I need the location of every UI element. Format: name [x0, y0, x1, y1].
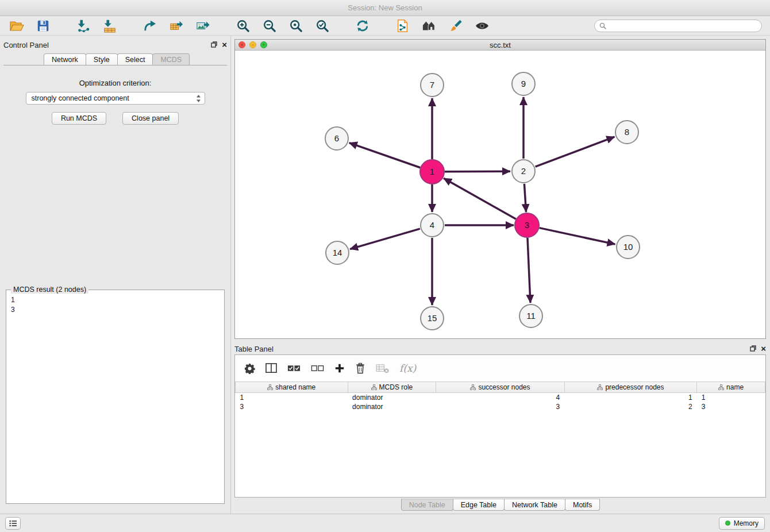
table-cell[interactable]: dominator: [348, 402, 436, 411]
minimize-window-icon[interactable]: −: [249, 41, 256, 48]
refresh-view-icon[interactable]: [354, 18, 371, 34]
memory-button-label: Memory: [734, 519, 759, 527]
graph-node-label: 14: [333, 248, 342, 257]
import-table-icon[interactable]: [101, 18, 118, 34]
zoom-in-icon[interactable]: [234, 18, 252, 34]
graph-node-9[interactable]: 9: [512, 72, 535, 95]
run-mcds-button[interactable]: Run MCDS: [52, 112, 106, 125]
graph-node-14[interactable]: 14: [326, 241, 349, 264]
table-cell[interactable]: 1: [236, 393, 348, 402]
graph-node-10[interactable]: 10: [617, 236, 640, 259]
memory-button[interactable]: Memory: [719, 517, 765, 530]
zoom-fit-icon[interactable]: [287, 18, 305, 34]
table-cell[interactable]: dominator: [348, 393, 436, 402]
graph-node-label: 15: [428, 313, 437, 323]
graph-edge-1-2[interactable]: [445, 171, 510, 172]
add-column-icon[interactable]: [334, 363, 345, 373]
right-column: × − + scc.txt 7968124314101511: [234, 39, 766, 511]
search-field[interactable]: [594, 20, 762, 32]
delete-columns-icon[interactable]: [355, 363, 365, 374]
new-network-icon[interactable]: [141, 18, 159, 34]
column-header-predecessor-nodes[interactable]: predecessor nodes: [564, 382, 697, 393]
save-session-icon[interactable]: [34, 18, 52, 34]
table-panel: Table Panel ×: [234, 343, 766, 511]
graph-node-label: 6: [334, 133, 339, 143]
tab-network[interactable]: Network: [44, 53, 86, 65]
graph-edge-4-14[interactable]: [350, 229, 420, 249]
table-cell[interactable]: 4: [436, 393, 565, 402]
table-row[interactable]: 1dominator411: [236, 393, 765, 402]
zoom-selected-icon[interactable]: [314, 18, 331, 34]
table-cell[interactable]: 3: [236, 402, 348, 411]
zoom-out-icon[interactable]: [261, 18, 278, 34]
first-neighbors-icon[interactable]: [421, 18, 438, 34]
graph-node-15[interactable]: 15: [421, 307, 444, 330]
search-icon: [599, 22, 606, 29]
export-image-icon[interactable]: [194, 18, 211, 34]
network-graph[interactable]: 7968124314101511: [235, 51, 765, 338]
table-row[interactable]: 3dominator323: [236, 402, 765, 411]
export-table-icon[interactable]: [168, 18, 185, 34]
graph-node-label: 7: [430, 80, 434, 90]
graph-node-7[interactable]: 7: [421, 74, 444, 97]
application-window: Session: New Session: [0, 0, 770, 532]
network-document-icon[interactable]: [394, 18, 411, 34]
optimization-criterion-value: strongly connected component: [32, 94, 129, 102]
tab-style[interactable]: Style: [86, 53, 118, 65]
graph-node-1[interactable]: 1: [420, 160, 444, 184]
tab-node-table[interactable]: Node Table: [401, 499, 453, 511]
column-header-name[interactable]: name: [697, 382, 765, 393]
tab-edge-table[interactable]: Edge Table: [453, 499, 505, 511]
apply-style-icon[interactable]: [447, 18, 464, 34]
graph-edge-2-8[interactable]: [536, 137, 615, 167]
graph-edge-1-6[interactable]: [349, 143, 421, 168]
close-control-panel-icon[interactable]: ×: [222, 41, 227, 49]
tab-motifs[interactable]: Motifs: [565, 499, 600, 511]
mcds-result-list: 13: [10, 295, 221, 315]
tab-network-table[interactable]: Network Table: [504, 499, 565, 511]
table-cell[interactable]: 3: [436, 402, 565, 411]
maximize-window-icon[interactable]: +: [260, 41, 267, 48]
delete-table-disabled-icon: [376, 364, 389, 373]
graph-edge-3-10[interactable]: [540, 228, 615, 245]
table-cell[interactable]: 1: [697, 393, 765, 402]
toggle-graphics-details-icon[interactable]: [473, 18, 491, 34]
table-cell[interactable]: 2: [564, 402, 697, 411]
column-header-successor-nodes[interactable]: successor nodes: [436, 382, 565, 393]
graph-node-2[interactable]: 2: [512, 160, 535, 183]
task-history-button[interactable]: [5, 517, 21, 530]
float-panel-icon[interactable]: [211, 40, 217, 50]
network-window-titlebar[interactable]: × − + scc.txt: [235, 40, 765, 51]
table-settings-gear-icon[interactable]: [244, 363, 255, 374]
tab-mcds[interactable]: MCDS: [152, 53, 190, 65]
graph-edge-3-1[interactable]: [444, 178, 516, 219]
tab-select[interactable]: Select: [117, 53, 153, 65]
float-table-panel-icon[interactable]: [750, 344, 756, 354]
search-input[interactable]: [609, 22, 757, 30]
column-header-shared-name[interactable]: shared name: [236, 382, 348, 393]
titlebar: Session: New Session: [0, 0, 770, 16]
graph-node-4[interactable]: 4: [421, 214, 444, 237]
open-session-icon[interactable]: [8, 18, 25, 34]
node-table: shared nameMCDS rolesuccessor nodesprede…: [235, 381, 765, 411]
close-window-icon[interactable]: ×: [238, 41, 245, 48]
close-panel-button[interactable]: Close panel: [122, 112, 179, 125]
graph-node-11[interactable]: 11: [519, 304, 542, 327]
select-all-rows-icon[interactable]: [287, 364, 301, 372]
network-canvas[interactable]: 7968124314101511: [235, 51, 765, 338]
optimization-criterion-select[interactable]: strongly connected component: [26, 92, 205, 105]
toggle-columns-icon[interactable]: [265, 363, 277, 373]
deselect-all-rows-icon[interactable]: [311, 364, 324, 372]
graph-edge-3-11[interactable]: [528, 238, 530, 303]
column-header-MCDS-role[interactable]: MCDS role: [348, 382, 436, 393]
graph-node-8[interactable]: 8: [615, 121, 638, 144]
network-window-title: scc.txt: [490, 41, 511, 49]
table-cell[interactable]: 3: [697, 402, 765, 411]
graph-node-6[interactable]: 6: [325, 127, 348, 150]
graph-node-3[interactable]: 3: [515, 213, 539, 237]
table-cell[interactable]: 1: [564, 393, 697, 402]
graph-node-label: 4: [430, 220, 434, 230]
close-table-panel-icon[interactable]: ×: [761, 345, 766, 353]
import-network-icon[interactable]: [75, 18, 92, 34]
graph-edge-2-3[interactable]: [524, 184, 526, 212]
